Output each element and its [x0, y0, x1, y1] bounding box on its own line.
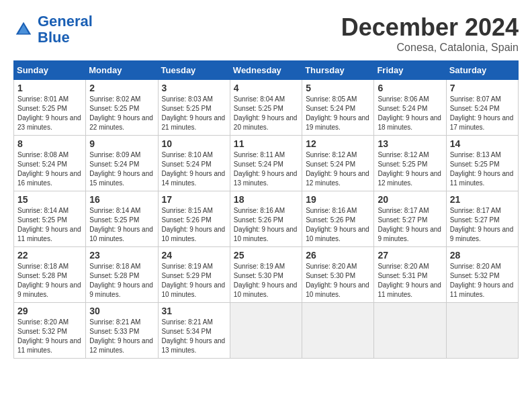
calendar-cell: 12Sunrise: 8:12 AMSunset: 5:24 PMDayligh… — [302, 136, 374, 191]
day-number: 11 — [234, 138, 298, 149]
cell-info: Sunrise: 8:07 AMSunset: 5:24 PMDaylight:… — [450, 95, 515, 132]
day-number: 12 — [306, 138, 370, 149]
logo: General Blue — [13, 13, 93, 46]
calendar-body: 1Sunrise: 8:01 AMSunset: 5:25 PMDaylight… — [14, 80, 519, 359]
calendar-table: Sunday Monday Tuesday Wednesday Thursday… — [13, 60, 519, 359]
calendar-cell: 4Sunrise: 8:04 AMSunset: 5:25 PMDaylight… — [230, 80, 302, 136]
calendar-cell: 11Sunrise: 8:11 AMSunset: 5:24 PMDayligh… — [230, 136, 302, 191]
day-number: 19 — [306, 194, 370, 205]
day-number: 5 — [306, 83, 370, 93]
calendar-cell: 15Sunrise: 8:14 AMSunset: 5:25 PMDayligh… — [14, 191, 86, 247]
calendar-cell: 24Sunrise: 8:19 AMSunset: 5:29 PMDayligh… — [158, 247, 230, 303]
col-monday: Monday — [86, 61, 158, 80]
cell-info: Sunrise: 8:05 AMSunset: 5:24 PMDaylight:… — [306, 95, 370, 132]
day-number: 28 — [450, 250, 515, 261]
calendar-cell: 21Sunrise: 8:17 AMSunset: 5:27 PMDayligh… — [446, 191, 518, 247]
calendar-cell: 25Sunrise: 8:19 AMSunset: 5:30 PMDayligh… — [230, 247, 302, 303]
cell-info: Sunrise: 8:14 AMSunset: 5:25 PMDaylight:… — [17, 206, 82, 244]
cell-info: Sunrise: 8:17 AMSunset: 5:27 PMDaylight:… — [378, 206, 442, 244]
calendar-cell: 28Sunrise: 8:20 AMSunset: 5:32 PMDayligh… — [446, 247, 518, 303]
day-number: 20 — [378, 194, 442, 205]
cell-info: Sunrise: 8:14 AMSunset: 5:25 PMDaylight:… — [89, 206, 154, 244]
calendar-week-2: 8Sunrise: 8:08 AMSunset: 5:24 PMDaylight… — [14, 136, 519, 191]
calendar-cell: 6Sunrise: 8:06 AMSunset: 5:24 PMDaylight… — [374, 80, 446, 136]
calendar-cell: 16Sunrise: 8:14 AMSunset: 5:25 PMDayligh… — [86, 191, 158, 247]
cell-info: Sunrise: 8:04 AMSunset: 5:25 PMDaylight:… — [234, 95, 298, 132]
calendar-cell: 3Sunrise: 8:03 AMSunset: 5:25 PMDaylight… — [158, 80, 230, 136]
calendar-cell — [302, 303, 374, 359]
cell-info: Sunrise: 8:08 AMSunset: 5:24 PMDaylight:… — [17, 150, 82, 188]
cell-info: Sunrise: 8:09 AMSunset: 5:24 PMDaylight:… — [89, 150, 154, 188]
cell-info: Sunrise: 8:16 AMSunset: 5:26 PMDaylight:… — [306, 206, 370, 244]
cell-info: Sunrise: 8:21 AMSunset: 5:34 PMDaylight:… — [162, 318, 226, 355]
col-wednesday: Wednesday — [230, 61, 302, 80]
col-saturday: Saturday — [446, 61, 518, 80]
cell-info: Sunrise: 8:02 AMSunset: 5:25 PMDaylight:… — [89, 95, 154, 132]
day-number: 26 — [306, 250, 370, 261]
calendar-cell: 9Sunrise: 8:09 AMSunset: 5:24 PMDaylight… — [86, 136, 158, 191]
day-number: 3 — [162, 83, 226, 93]
cell-info: Sunrise: 8:10 AMSunset: 5:24 PMDaylight:… — [162, 150, 226, 188]
day-number: 24 — [162, 250, 226, 261]
logo-blue: Blue — [38, 29, 70, 46]
day-number: 22 — [17, 250, 82, 261]
logo-icon — [13, 19, 34, 40]
cell-info: Sunrise: 8:06 AMSunset: 5:24 PMDaylight:… — [378, 95, 442, 132]
day-number: 27 — [378, 250, 442, 261]
calendar-cell: 2Sunrise: 8:02 AMSunset: 5:25 PMDaylight… — [86, 80, 158, 136]
day-number: 7 — [450, 83, 515, 93]
calendar-cell: 27Sunrise: 8:20 AMSunset: 5:31 PMDayligh… — [374, 247, 446, 303]
day-number: 30 — [89, 306, 154, 316]
location-title: Conesa, Catalonia, Spain — [341, 42, 519, 54]
month-title: December 2024 — [341, 13, 519, 42]
calendar-cell: 8Sunrise: 8:08 AMSunset: 5:24 PMDaylight… — [14, 136, 86, 191]
calendar-cell: 5Sunrise: 8:05 AMSunset: 5:24 PMDaylight… — [302, 80, 374, 136]
day-number: 25 — [234, 250, 298, 261]
cell-info: Sunrise: 8:11 AMSunset: 5:24 PMDaylight:… — [234, 150, 298, 188]
day-number: 13 — [378, 138, 442, 149]
day-number: 16 — [89, 194, 154, 205]
calendar-cell: 30Sunrise: 8:21 AMSunset: 5:33 PMDayligh… — [86, 303, 158, 359]
calendar-week-3: 15Sunrise: 8:14 AMSunset: 5:25 PMDayligh… — [14, 191, 519, 247]
cell-info: Sunrise: 8:12 AMSunset: 5:25 PMDaylight:… — [378, 150, 442, 188]
cell-info: Sunrise: 8:15 AMSunset: 5:26 PMDaylight:… — [162, 206, 226, 244]
logo-general: General — [38, 13, 93, 30]
calendar-cell: 23Sunrise: 8:18 AMSunset: 5:28 PMDayligh… — [86, 247, 158, 303]
day-number: 17 — [162, 194, 226, 205]
day-number: 29 — [17, 306, 82, 316]
calendar-cell: 17Sunrise: 8:15 AMSunset: 5:26 PMDayligh… — [158, 191, 230, 247]
day-number: 31 — [162, 306, 226, 316]
calendar-week-1: 1Sunrise: 8:01 AMSunset: 5:25 PMDaylight… — [14, 80, 519, 136]
calendar-cell: 10Sunrise: 8:10 AMSunset: 5:24 PMDayligh… — [158, 136, 230, 191]
day-number: 4 — [234, 83, 298, 93]
day-number: 15 — [17, 194, 82, 205]
cell-info: Sunrise: 8:20 AMSunset: 5:32 PMDaylight:… — [450, 262, 515, 300]
cell-info: Sunrise: 8:18 AMSunset: 5:28 PMDaylight:… — [17, 262, 82, 300]
day-number: 18 — [234, 194, 298, 205]
calendar-header: Sunday Monday Tuesday Wednesday Thursday… — [14, 61, 519, 80]
calendar-week-4: 22Sunrise: 8:18 AMSunset: 5:28 PMDayligh… — [14, 247, 519, 303]
calendar-cell: 14Sunrise: 8:13 AMSunset: 5:25 PMDayligh… — [446, 136, 518, 191]
col-sunday: Sunday — [14, 61, 86, 80]
calendar-cell: 22Sunrise: 8:18 AMSunset: 5:28 PMDayligh… — [14, 247, 86, 303]
col-friday: Friday — [374, 61, 446, 80]
cell-info: Sunrise: 8:03 AMSunset: 5:25 PMDaylight:… — [162, 95, 226, 132]
cell-info: Sunrise: 8:19 AMSunset: 5:29 PMDaylight:… — [162, 262, 226, 300]
calendar-cell: 1Sunrise: 8:01 AMSunset: 5:25 PMDaylight… — [14, 80, 86, 136]
day-number: 23 — [89, 250, 154, 261]
day-number: 21 — [450, 194, 515, 205]
calendar-cell: 18Sunrise: 8:16 AMSunset: 5:26 PMDayligh… — [230, 191, 302, 247]
cell-info: Sunrise: 8:01 AMSunset: 5:25 PMDaylight:… — [17, 95, 82, 132]
calendar-week-5: 29Sunrise: 8:20 AMSunset: 5:32 PMDayligh… — [14, 303, 519, 359]
day-number: 1 — [17, 83, 82, 93]
day-number: 9 — [89, 138, 154, 149]
col-tuesday: Tuesday — [158, 61, 230, 80]
cell-info: Sunrise: 8:17 AMSunset: 5:27 PMDaylight:… — [450, 206, 515, 244]
header: General Blue December 2024 Conesa, Catal… — [13, 13, 519, 54]
calendar-cell — [446, 303, 518, 359]
cell-info: Sunrise: 8:20 AMSunset: 5:31 PMDaylight:… — [378, 262, 442, 300]
calendar-cell — [230, 303, 302, 359]
day-number: 10 — [162, 138, 226, 149]
cell-info: Sunrise: 8:12 AMSunset: 5:24 PMDaylight:… — [306, 150, 370, 188]
header-row: Sunday Monday Tuesday Wednesday Thursday… — [14, 61, 519, 80]
